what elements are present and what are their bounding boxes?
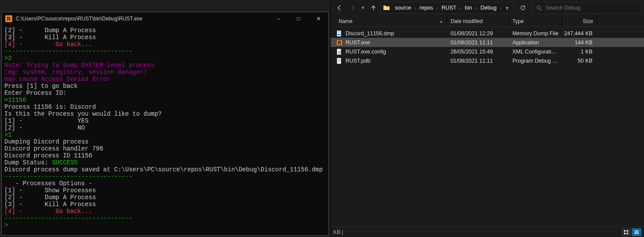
svg-point-0 xyxy=(537,6,540,9)
file-icon xyxy=(335,48,344,55)
file-type: Program Debug D... xyxy=(509,58,562,64)
file-type: Application xyxy=(509,40,562,46)
console-line: Note: Trying to dump SYSTEM level proces… xyxy=(4,62,329,69)
file-name: RUST.pdb xyxy=(344,58,447,64)
file-row[interactable]: RUST.pdb01/08/2021 11:11Program Debug D.… xyxy=(331,56,644,65)
breadcrumb-separator-icon: › xyxy=(475,6,478,10)
address-bar[interactable]: source›repos›RUST›bin›Debug› ▼ xyxy=(380,2,514,14)
view-large-icons-button[interactable] xyxy=(621,228,631,236)
file-size: 1 KB xyxy=(562,49,596,55)
console-line: Discord process dump saved at C:\Users\P… xyxy=(4,166,329,173)
breadcrumb-separator-icon: › xyxy=(414,6,417,10)
file-row[interactable]: RUST.exe.config26/05/2021 15:49XML Confi… xyxy=(331,47,644,56)
breadcrumb-item[interactable]: RUST xyxy=(439,2,459,13)
file-type: Memory Dump File xyxy=(509,30,562,37)
console-line: Discord process handler 796 xyxy=(4,145,329,152)
file-explorer: ▼ source›repos›RUST›bin›Debug› ▼ xyxy=(330,0,644,237)
console-line: may cause Access Denied Error xyxy=(4,76,329,83)
console-line: ----------------------------------- xyxy=(4,173,329,180)
svg-rect-3 xyxy=(338,31,340,32)
nav-up-button[interactable] xyxy=(367,2,380,14)
file-row[interactable]: RRUST.exe01/08/2021 11:11Application144 … xyxy=(331,38,644,47)
console-line: Press [1] to go back xyxy=(4,83,329,90)
console-line: [2] - Dump A Process xyxy=(4,194,329,201)
console-line: [3] - Kill A Process xyxy=(4,201,329,208)
view-details-button[interactable] xyxy=(632,228,641,236)
console-line: (eg: system, registry, session manager) xyxy=(4,69,329,76)
column-size[interactable]: Size xyxy=(562,16,597,27)
refresh-button[interactable] xyxy=(517,2,529,14)
file-name: RUST.exe.config xyxy=(344,49,447,55)
column-type-label: Type xyxy=(512,18,524,24)
file-size: 247,444 KB xyxy=(562,30,596,37)
console-output[interactable]: [2] - Dump A Process[3] - Kill A Process… xyxy=(2,25,329,235)
console-line: [2] - NO xyxy=(4,124,329,131)
console-line: [4] - Go back... xyxy=(4,208,329,215)
search-input[interactable] xyxy=(546,5,637,11)
nav-recent-dropdown[interactable]: ▼ xyxy=(359,2,366,14)
file-size: 50 KB xyxy=(562,58,596,64)
explorer-nav: ▼ source›repos›RUST›bin›Debug› ▼ xyxy=(331,0,644,16)
console-titlebar[interactable]: R C:\Users\PC\source\repos\RUST\bin\Debu… xyxy=(2,12,329,25)
breadcrumb-item[interactable]: Debug xyxy=(478,2,499,13)
column-headers: Name ▲ Date modified Type Size xyxy=(331,16,644,27)
svg-rect-18 xyxy=(634,230,639,231)
console-line: Dumping Discord process xyxy=(4,138,329,145)
console-line: Dump Status: SUCCESS xyxy=(4,159,329,166)
address-dropdown[interactable]: ▼ xyxy=(502,2,512,13)
console-line: ----------------------------------- xyxy=(4,48,329,55)
file-date: 26/05/2021 15:49 xyxy=(447,49,509,55)
console-line: >11156 xyxy=(4,97,329,103)
file-type: XML Configuratio... xyxy=(509,49,562,55)
svg-point-9 xyxy=(339,51,340,52)
file-date: 01/08/2021 11:11 xyxy=(447,58,509,64)
breadcrumb-item[interactable]: repos xyxy=(417,2,436,13)
file-name: RUST.exe xyxy=(344,40,447,46)
minimize-button[interactable]: – xyxy=(268,12,288,25)
status-bar: KB | xyxy=(331,227,644,237)
svg-text:R: R xyxy=(338,40,341,45)
console-line: > xyxy=(4,222,329,229)
breadcrumb-item[interactable]: source xyxy=(392,2,414,13)
file-icon xyxy=(335,30,344,37)
console-line: Process 11156 is: Discord xyxy=(4,103,329,110)
column-name[interactable]: Name ▲ xyxy=(335,16,447,27)
console-line: ----------------------------------- xyxy=(4,215,329,222)
svg-rect-19 xyxy=(634,232,639,233)
file-date: 01/08/2021 11:11 xyxy=(447,40,509,46)
nav-back-button[interactable] xyxy=(333,2,346,14)
svg-rect-4 xyxy=(338,32,340,33)
svg-rect-15 xyxy=(627,230,628,232)
status-text: KB | xyxy=(333,229,343,235)
file-row[interactable]: Discord_11156.dmp01/08/2021 12:29Memory … xyxy=(331,29,644,38)
breadcrumb-item[interactable]: bin xyxy=(462,2,475,13)
console-line: >2 xyxy=(4,55,329,62)
file-size: 144 KB xyxy=(562,40,596,46)
svg-rect-17 xyxy=(627,233,628,234)
svg-rect-16 xyxy=(624,233,626,234)
svg-rect-2 xyxy=(338,34,340,35)
column-date[interactable]: Date modified xyxy=(447,16,509,27)
column-date-label: Date modified xyxy=(451,18,483,24)
console-line: [2] - Dump A Process xyxy=(4,27,329,34)
svg-rect-20 xyxy=(634,233,639,234)
close-button[interactable]: ✕ xyxy=(308,12,329,25)
console-line: Discord process ID 11156 xyxy=(4,152,329,159)
console-line: [4] - Go back... xyxy=(4,41,329,48)
console-line: >1 xyxy=(4,131,329,138)
column-type[interactable]: Type xyxy=(509,16,562,27)
console-line: [3] - Kill A Process xyxy=(4,34,329,41)
maximize-button[interactable]: □ xyxy=(288,12,308,25)
search-box[interactable] xyxy=(532,2,641,14)
search-icon xyxy=(536,5,542,11)
file-list[interactable]: Discord_11156.dmp01/08/2021 12:29Memory … xyxy=(331,27,644,227)
column-name-label: Name xyxy=(339,18,353,24)
nav-forward-button[interactable] xyxy=(346,2,359,14)
breadcrumb-separator-icon: › xyxy=(459,6,462,10)
file-name: Discord_11156.dmp xyxy=(344,30,447,37)
svg-rect-7 xyxy=(337,49,341,54)
console-line: Is this the Process you would like to du… xyxy=(4,110,329,117)
console-app-icon: R xyxy=(5,15,12,22)
svg-rect-13 xyxy=(338,61,340,61)
svg-rect-11 xyxy=(338,59,340,60)
